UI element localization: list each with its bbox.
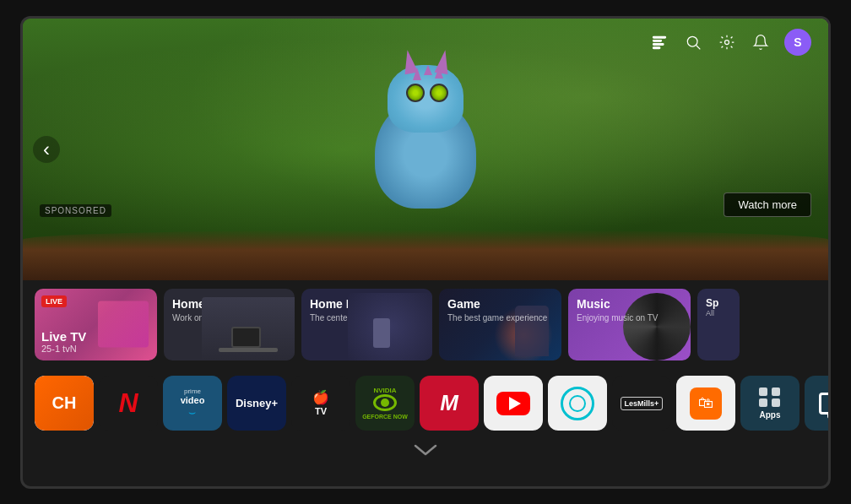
svg-point-4 [687, 36, 697, 46]
app-prime-video[interactable]: prime video ⌣ [163, 376, 222, 431]
svg-rect-0 [653, 36, 666, 38]
app-masterclass[interactable]: M [420, 376, 479, 431]
svg-rect-2 [653, 43, 664, 45]
home-office-bg-art [202, 297, 295, 360]
geforce-text: GEFORCE NOW [362, 414, 408, 420]
card-partial: Sp All [697, 289, 740, 360]
card-partial-title: Sp [706, 297, 731, 309]
user-avatar[interactable]: S [784, 29, 811, 56]
guide-button[interactable] [649, 32, 669, 52]
masterclass-logo: M [440, 390, 458, 416]
disney-plus-logo: Disney+ [236, 397, 278, 409]
card-music-subtitle: Enjoying music on TV [577, 313, 682, 322]
sansar-inner-circle [569, 395, 586, 412]
geforce-eye [373, 394, 397, 411]
hero-dragon [341, 57, 510, 242]
card-live-tv[interactable]: LIVE Live TV 25-1 tvN [35, 289, 157, 360]
sansar-logo [561, 387, 594, 420]
watch-more-button[interactable]: Watch more [724, 192, 811, 217]
dragon-spike-1 [413, 68, 421, 80]
guide-icon [651, 34, 668, 51]
shoptv-logo: 🛍 [690, 387, 722, 420]
app-geforce-now[interactable]: NVIDIA GEFORCE NOW [355, 376, 415, 431]
search-button[interactable] [683, 32, 703, 52]
card-game-subtitle: The best game experience [447, 313, 553, 322]
top-bar: S [632, 19, 828, 66]
netflix-logo: N [118, 387, 138, 419]
tv-screen: S ‹ SPONSORED [20, 16, 831, 489]
home-hub-bg-art [348, 293, 432, 360]
dragon-spike-2 [424, 65, 432, 75]
app-tv-monitor[interactable] [805, 376, 831, 431]
scroll-down-button[interactable] [409, 442, 442, 458]
settings-button[interactable] [717, 32, 737, 52]
youtube-play-button [496, 392, 530, 415]
notifications-button[interactable] [751, 32, 771, 52]
svg-rect-1 [653, 40, 662, 41]
hub-device-shape [373, 318, 390, 348]
bell-icon [752, 34, 769, 51]
card-live-tv-title: Live TV [41, 329, 86, 344]
card-home-office[interactable]: Home Office Work on the big screen [164, 289, 295, 360]
svg-rect-3 [653, 46, 660, 48]
bottom-bar [23, 438, 828, 462]
card-live-tv-sub: 25-1 tvN [41, 344, 86, 354]
card-music-overlay: Music Enjoying music on TV [568, 289, 691, 360]
apps-row: CH N prime video ⌣ Disney+ 🍎TV N [23, 369, 828, 438]
app-shoptv[interactable]: 🛍 [676, 376, 735, 431]
card-home-hub[interactable]: Home Hub The center of the smart home [301, 289, 432, 360]
apps-grid-icon [759, 387, 781, 407]
sponsored-badge: SPONSORED [40, 204, 111, 217]
live-badge: LIVE [41, 295, 67, 307]
ch-logo: CH [35, 376, 94, 431]
prime-video-logo: prime video ⌣ [181, 387, 205, 420]
desk-shape [219, 348, 278, 352]
chevron-down-icon [413, 443, 438, 457]
app-netflix[interactable]: N [99, 376, 158, 431]
app-disney-plus[interactable]: Disney+ [227, 376, 286, 431]
card-game[interactable]: Game The best game experience [439, 289, 561, 360]
apple-tv-logo: 🍎TV [312, 389, 329, 416]
app-lesmills[interactable]: LesMills+ [612, 376, 671, 431]
svg-line-5 [697, 45, 701, 49]
apps-label: Apps [760, 410, 781, 420]
cards-row: LIVE Live TV 25-1 tvN Home Office Work o… [23, 280, 828, 369]
dragon-head [388, 65, 463, 133]
app-apple-tv[interactable]: 🍎TV [291, 376, 350, 431]
search-icon [685, 34, 702, 51]
dragon-eye-left [406, 84, 425, 102]
svg-point-6 [725, 40, 729, 44]
app-youtube[interactable] [484, 376, 543, 431]
youtube-triangle [509, 397, 521, 410]
dragon-eye-right [430, 84, 448, 102]
geforce-logo: NVIDIA GEFORCE NOW [359, 383, 411, 423]
gear-icon [718, 34, 735, 51]
tv-icon-shape [819, 393, 831, 415]
card-live-content: Live TV 25-1 tvN [41, 329, 86, 354]
card-partial-sub: All [706, 309, 731, 317]
card-music[interactable]: Music Enjoying music on TV [568, 289, 691, 360]
lesmills-logo: LesMills+ [621, 397, 664, 410]
card-music-title: Music [577, 297, 682, 311]
prev-arrow-button[interactable]: ‹ [33, 136, 60, 163]
app-apps[interactable]: Apps [740, 376, 800, 431]
card-game-title: Game [447, 297, 553, 311]
dragon-spike-3 [435, 67, 443, 79]
monitor-shape [231, 327, 261, 348]
card-game-overlay: Game The best game experience [439, 289, 561, 360]
app-sansar[interactable] [548, 376, 607, 431]
hero-log [23, 230, 828, 280]
app-ch[interactable]: CH [35, 376, 94, 431]
